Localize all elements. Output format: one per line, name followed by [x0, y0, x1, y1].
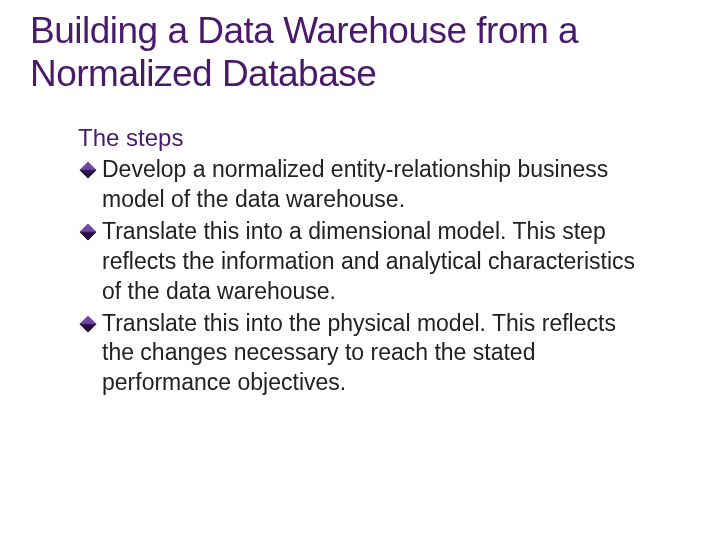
bullet-text: Translate this into a dimensional model.… [102, 217, 650, 307]
steps-subhead: The steps [78, 123, 650, 153]
diamond-bullet-icon [80, 162, 97, 179]
diamond-bullet-icon [80, 315, 97, 332]
list-item: Translate this into the physical model. … [78, 309, 650, 399]
slide: Building a Data Warehouse from a Normali… [0, 0, 720, 540]
slide-body: The steps Develop a normalized entity-re… [30, 123, 690, 398]
diamond-bullet-icon [80, 223, 97, 240]
list-item: Develop a normalized entity-relationship… [78, 155, 650, 215]
list-item: Translate this into a dimensional model.… [78, 217, 650, 307]
bullet-text: Translate this into the physical model. … [102, 309, 650, 399]
slide-title: Building a Data Warehouse from a Normali… [30, 10, 690, 95]
bullet-text: Develop a normalized entity-relationship… [102, 155, 650, 215]
